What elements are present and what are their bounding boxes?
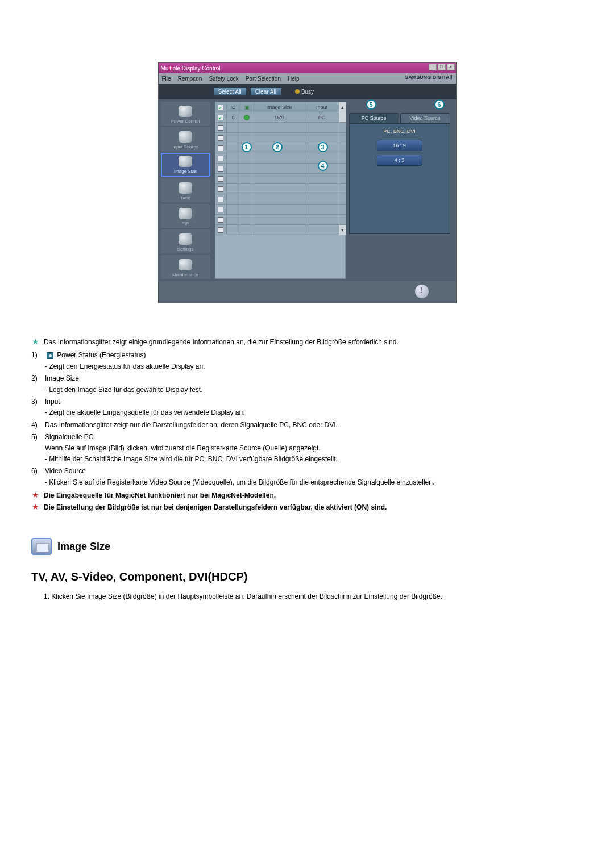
table-row: ▾ bbox=[215, 225, 345, 235]
sidebar-item-image-size[interactable]: Image Size bbox=[161, 153, 210, 177]
sidebar: Power Control Input Source Image Size Ti… bbox=[159, 99, 213, 281]
section-heading: Image Size bbox=[31, 538, 583, 555]
table-row bbox=[215, 184, 345, 194]
row-checkbox[interactable] bbox=[218, 115, 223, 120]
list-item-6: 6) Video Source - Klicken Sie auf die Re… bbox=[31, 466, 583, 487]
sidebar-item-maintenance[interactable]: Maintenance bbox=[161, 255, 210, 279]
grid-header: ID ▣ Image Size Input ▴ bbox=[215, 102, 345, 112]
hdr-input: Input bbox=[305, 102, 339, 112]
section-title: Image Size bbox=[57, 539, 110, 554]
busy-indicator: Busy bbox=[295, 89, 314, 95]
brand-label: SAMSUNG DIGITAll bbox=[405, 74, 452, 80]
sidebar-item-pip[interactable]: PIP bbox=[161, 204, 210, 228]
table-row bbox=[215, 133, 345, 143]
callout-2: 2 bbox=[272, 142, 283, 152]
gear-icon bbox=[179, 233, 192, 245]
footnote-1: ★ Die Eingabequelle für MagicNet funktio… bbox=[31, 491, 583, 500]
list-item: 1. Klicken Sie Image Size (Bildgröße) in… bbox=[44, 592, 583, 602]
table-row bbox=[215, 205, 345, 215]
power-dot-icon bbox=[244, 115, 250, 120]
table-row[interactable]: 0 16:9 PC bbox=[215, 112, 345, 123]
right-panel: PC, BNC, DVI 16 : 9 4 : 3 bbox=[349, 123, 450, 234]
ordered-list: 1. Klicken Sie Image Size (Bildgröße) in… bbox=[31, 592, 583, 602]
center-pane: ID ▣ Image Size Input ▴ 0 16:9 PC bbox=[213, 99, 456, 281]
time-icon bbox=[179, 182, 192, 194]
menu-port-selection[interactable]: Port Selection bbox=[242, 76, 284, 82]
callout-1: 1 bbox=[242, 142, 252, 152]
list-item-3: 3) Input - Zeigt die aktuelle Eingangsqu… bbox=[31, 397, 583, 418]
app-body: Power Control Input Source Image Size Ti… bbox=[159, 99, 456, 281]
callout-6: 6 bbox=[434, 99, 445, 110]
tab-video-source[interactable]: Video Source bbox=[400, 113, 450, 123]
sys-buttons: _ □ × bbox=[429, 64, 455, 70]
scrollbar-down[interactable]: ▾ bbox=[339, 225, 346, 235]
scrollbar-track[interactable] bbox=[339, 112, 346, 123]
minimize-button[interactable]: _ bbox=[429, 64, 437, 70]
callout-5: 5 bbox=[366, 99, 376, 110]
sidebar-item-settings[interactable]: Settings bbox=[161, 229, 210, 253]
scrollbar-up[interactable]: ▴ bbox=[339, 102, 346, 112]
table-row bbox=[215, 215, 345, 225]
ratio-4-3-button[interactable]: 4 : 3 bbox=[377, 155, 422, 166]
window-title: Multiple Display Control bbox=[161, 65, 221, 72]
panel-label: PC, BNC, DVI bbox=[350, 128, 450, 134]
callout-3: 3 bbox=[318, 142, 328, 152]
intro-note: ★ Das Informationsgitter zeigt einige gr… bbox=[31, 337, 583, 347]
power-status-icon bbox=[47, 352, 53, 359]
power-icon bbox=[179, 106, 192, 117]
table-row bbox=[215, 194, 345, 205]
sidebar-item-input-source[interactable]: Input Source bbox=[161, 127, 210, 151]
sidebar-item-power-control[interactable]: Power Control bbox=[161, 102, 210, 126]
document-body: ★ Das Informationsgitter zeigt einige gr… bbox=[31, 337, 583, 602]
menubar: File Remocon Safety Lock Port Selection … bbox=[159, 73, 456, 84]
menu-remocon[interactable]: Remocon bbox=[175, 76, 206, 82]
right-pane: 5 6 PC Source Video Source PC, BNC, DVI … bbox=[349, 102, 450, 279]
grid: ID ▣ Image Size Input ▴ 0 16:9 PC bbox=[215, 102, 346, 279]
star-icon: ★ bbox=[31, 337, 39, 347]
input-source-icon bbox=[179, 131, 192, 143]
list-item-5: 5) Signalquelle PC Wenn Sie auf Image (B… bbox=[31, 432, 583, 464]
titlebar: Multiple Display Control _ □ × bbox=[159, 63, 456, 73]
list-item-2: 2) Image Size - Legt den Image Size für … bbox=[31, 374, 583, 395]
list-item-4: 4) Das Informationsgitter zeigt nur die … bbox=[31, 420, 583, 430]
footnote-2: ★ Die Einstellung der Bildgröße ist nur … bbox=[31, 503, 583, 512]
sub-heading: TV, AV, S-Video, Component, DVI(HDCP) bbox=[31, 569, 583, 585]
maximize-button[interactable]: □ bbox=[438, 64, 446, 70]
list-item-1: 1) Power Status (Energiestatus) - Zeigt … bbox=[31, 350, 583, 372]
source-tabs: PC Source Video Source bbox=[349, 113, 450, 123]
alert-icon bbox=[415, 285, 429, 298]
status-area bbox=[159, 281, 456, 303]
select-all-button[interactable]: Select All bbox=[213, 87, 247, 96]
tab-pc-source[interactable]: PC Source bbox=[349, 113, 399, 123]
ratio-16-9-button[interactable]: 16 : 9 bbox=[377, 140, 422, 151]
maintenance-icon bbox=[179, 259, 192, 270]
table-row bbox=[215, 174, 345, 184]
close-button[interactable]: × bbox=[447, 64, 455, 70]
table-row bbox=[215, 123, 345, 133]
clear-all-button[interactable]: Clear All bbox=[250, 87, 281, 96]
pip-icon bbox=[179, 208, 192, 219]
menu-help[interactable]: Help bbox=[284, 76, 303, 82]
star-icon: ★ bbox=[31, 491, 39, 500]
hdr-image-size: Image Size bbox=[254, 102, 305, 112]
image-size-icon bbox=[179, 156, 192, 167]
sidebar-item-time[interactable]: Time bbox=[161, 178, 210, 202]
hdr-check bbox=[215, 102, 227, 112]
menu-file[interactable]: File bbox=[159, 76, 175, 82]
hdr-id: ID bbox=[227, 102, 240, 112]
image-size-section-icon bbox=[31, 538, 52, 555]
hdr-status: ▣ bbox=[240, 102, 254, 112]
menu-safety-lock[interactable]: Safety Lock bbox=[205, 76, 242, 82]
toolbar: Select All Clear All Busy bbox=[159, 84, 456, 99]
star-icon: ★ bbox=[31, 503, 39, 512]
callout-4: 4 bbox=[318, 161, 328, 171]
app-window: Multiple Display Control _ □ × File Remo… bbox=[158, 62, 457, 303]
